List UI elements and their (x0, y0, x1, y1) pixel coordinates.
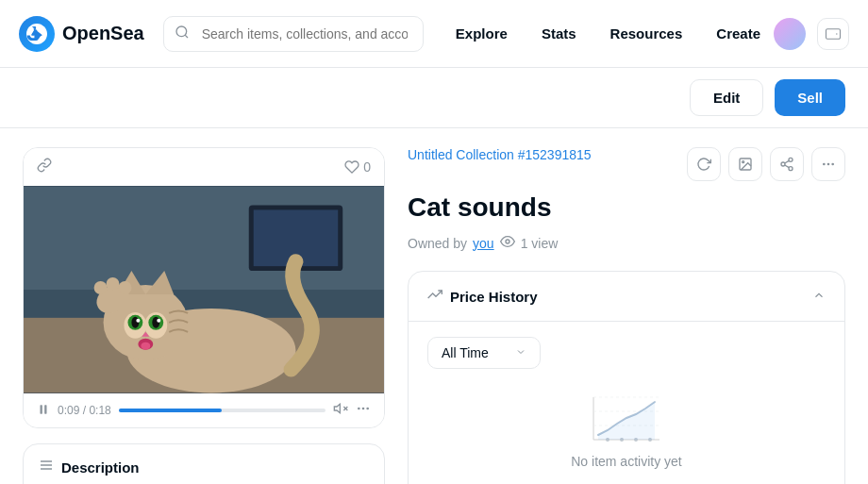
owner-row: Owned by you 1 view (408, 234, 845, 252)
create-link[interactable]: Create (703, 18, 774, 49)
price-history-section: Price History All Time (408, 271, 845, 484)
price-history-label: Price History (450, 289, 538, 305)
time-filter-label: All Time (442, 345, 489, 360)
dropdown-arrow-icon (515, 345, 526, 360)
svg-point-39 (743, 161, 744, 163)
navbar: OpenSea Explore Stats Resources Create (0, 0, 868, 68)
sell-button[interactable]: Sell (775, 79, 845, 116)
search-input[interactable] (163, 16, 424, 52)
logo-circle (19, 16, 55, 52)
price-history-body: All Time (409, 321, 844, 484)
svg-point-41 (781, 162, 785, 166)
resources-link[interactable]: Resources (597, 18, 696, 49)
edit-button[interactable]: Edit (690, 79, 763, 116)
media-top-bar: 0 (24, 148, 384, 186)
svg-point-17 (152, 317, 159, 328)
svg-point-34 (366, 408, 369, 410)
nav-links: Explore Stats Resources Create (442, 18, 774, 49)
price-history-header[interactable]: Price History (409, 272, 844, 321)
right-top-row: Untitled Collection #152391815 (408, 147, 845, 189)
action-bar: Edit Sell (0, 68, 868, 128)
svg-point-33 (362, 408, 365, 410)
pause-button[interactable] (37, 403, 50, 419)
svg-rect-28 (44, 405, 46, 413)
svg-point-47 (831, 163, 834, 166)
progress-bar[interactable] (119, 409, 326, 412)
more-button[interactable] (811, 147, 845, 181)
main-content: 0 (0, 128, 868, 484)
svg-point-45 (823, 163, 826, 166)
view-count: 1 view (521, 236, 559, 251)
owned-by-label: Owned by (408, 236, 467, 251)
svg-point-22 (141, 342, 150, 350)
description-header: Description (24, 444, 384, 484)
logo-text: OpenSea (62, 23, 144, 44)
media-card: 0 (23, 147, 385, 428)
owner-link[interactable]: you (473, 236, 494, 251)
time-filter-dropdown[interactable]: All Time (427, 337, 541, 369)
svg-point-18 (136, 319, 140, 323)
heart-count: 0 (363, 159, 371, 175)
empty-chart: No item activity yet (427, 369, 826, 484)
progress-fill (119, 409, 223, 412)
lines-icon (39, 458, 54, 476)
video-container (24, 186, 384, 393)
empty-chart-icon (584, 388, 669, 454)
svg-point-0 (176, 26, 187, 37)
time-display: 0:09 / 0:18 (58, 404, 111, 417)
svg-rect-27 (41, 405, 42, 413)
svg-line-1 (185, 35, 188, 38)
svg-point-48 (506, 240, 509, 243)
refresh-button[interactable] (687, 147, 721, 181)
svg-point-40 (789, 158, 793, 161)
video-controls: 0:09 / 0:18 (24, 393, 384, 427)
trend-icon (427, 287, 442, 306)
svg-line-44 (785, 160, 790, 163)
more-options-button[interactable] (356, 401, 371, 420)
share-button[interactable] (770, 147, 804, 181)
chevron-up-icon (812, 289, 826, 305)
search-bar (163, 16, 424, 52)
description-card: Description Created by you (23, 443, 385, 484)
collection-link[interactable]: Untitled Collection #152391815 (408, 147, 592, 162)
link-icon[interactable] (37, 158, 52, 176)
description-label: Description (61, 459, 140, 476)
heart-button[interactable]: 0 (344, 159, 371, 175)
svg-point-42 (789, 167, 793, 171)
svg-line-43 (785, 165, 790, 168)
cat-video-frame (24, 186, 384, 393)
svg-marker-29 (334, 404, 340, 412)
opensea-logo-icon (26, 24, 47, 44)
eye-icon (500, 234, 515, 252)
svg-rect-2 (826, 28, 841, 39)
search-icon (175, 25, 190, 43)
svg-point-26 (118, 281, 131, 294)
right-panel: Untitled Collection #152391815 (408, 147, 845, 484)
explore-link[interactable]: Explore (442, 18, 521, 49)
svg-point-16 (131, 317, 139, 328)
no-activity-text: No item activity yet (571, 454, 681, 469)
svg-point-19 (157, 319, 160, 323)
svg-point-25 (107, 277, 120, 291)
mute-button[interactable] (333, 401, 348, 420)
price-history-header-left: Price History (427, 287, 538, 306)
svg-point-32 (358, 408, 360, 410)
opensea-logo[interactable]: OpenSea (19, 16, 144, 52)
svg-point-24 (94, 281, 108, 294)
nft-title: Cat sounds (408, 192, 845, 223)
nft-actions (687, 147, 845, 181)
image-button[interactable] (728, 147, 762, 181)
svg-point-46 (827, 163, 830, 166)
stats-link[interactable]: Stats (528, 18, 590, 49)
nav-actions (774, 18, 849, 50)
heart-icon (344, 159, 359, 175)
left-panel: 0 (23, 147, 385, 484)
wallet-icon[interactable] (817, 18, 849, 50)
avatar[interactable] (774, 18, 806, 50)
